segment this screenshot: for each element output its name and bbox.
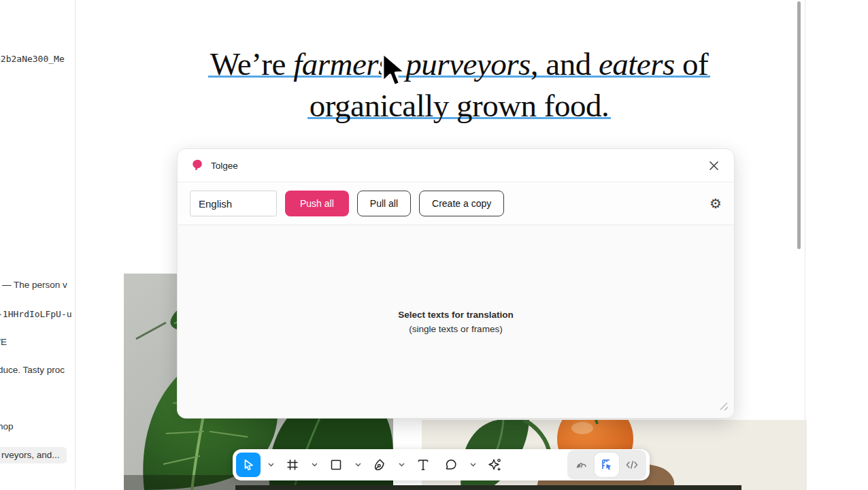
comment-bubble-icon <box>444 458 458 472</box>
empty-state-line-2: (single texts or frames) <box>409 322 502 336</box>
layers-sidebar: 62b2aNe300_Me — The person v -1HHrdIoLFp… <box>0 0 76 490</box>
headline-segment-italic: purveyors <box>405 46 530 82</box>
canvas-edge-line <box>805 0 805 490</box>
move-tool-chevron-icon[interactable] <box>265 453 276 476</box>
headline-segment: We’re <box>210 46 293 82</box>
canvas-headline[interactable]: We’re farmers, purveyors, and eaters of … <box>82 44 837 127</box>
empty-state-line-1: Select texts for translation <box>398 308 514 322</box>
next-section-edge <box>235 485 741 490</box>
dev-inspect-icon <box>600 458 614 472</box>
pen-tool-chevron-icon[interactable] <box>396 453 407 476</box>
dialog-title: Tolgee <box>211 161 238 171</box>
headline-line-1[interactable]: We’re farmers, purveyors, and eaters of <box>82 44 837 85</box>
tolgee-plugin-dialog: Tolgee Push all Pull all Create a copy ⚙… <box>177 148 735 419</box>
text-icon <box>416 458 430 472</box>
pen-icon <box>373 458 386 472</box>
code-icon <box>625 458 639 472</box>
dialog-header: Tolgee <box>178 149 734 182</box>
gear-icon[interactable]: ⚙ <box>710 197 722 210</box>
layer-item[interactable]: VE <box>0 337 7 347</box>
rectangle-icon <box>329 458 343 472</box>
dialog-action-row: Push all Pull all Create a copy ⚙ <box>178 182 734 225</box>
headline-segment: , and <box>531 46 599 82</box>
figma-toolbar <box>233 449 650 480</box>
close-icon[interactable] <box>705 157 722 174</box>
code-tool[interactable] <box>620 453 644 476</box>
actions-sparkle-tool[interactable] <box>483 453 506 476</box>
pen-tool[interactable] <box>368 453 391 476</box>
shape-tool[interactable] <box>324 453 348 476</box>
layer-item[interactable]: 62b2aNe300_Me <box>0 54 65 64</box>
vertical-scrollbar[interactable] <box>797 1 801 249</box>
frame-icon <box>286 458 299 472</box>
scribble-icon <box>575 458 588 472</box>
tolgee-logo-icon <box>190 159 203 172</box>
toolbar-right-group <box>567 450 646 480</box>
headline-segment: organically grown food. <box>310 88 610 123</box>
comment-tool[interactable] <box>439 453 463 476</box>
layer-item[interactable]: hop <box>0 421 14 431</box>
layer-item[interactable]: — The person v <box>2 280 67 290</box>
shape-tool-chevron-icon[interactable] <box>352 453 363 476</box>
headline-line-2[interactable]: organically grown food. <box>82 85 837 127</box>
move-tool[interactable] <box>236 453 261 477</box>
frame-tool[interactable] <box>281 453 304 476</box>
push-all-button[interactable]: Push all <box>285 191 349 216</box>
layer-item[interactable]: duce. Tasty proc <box>0 365 65 375</box>
headline-segment-italic: eaters <box>599 46 675 82</box>
layer-item-highlighted[interactable]: rveyors, and... <box>0 447 67 463</box>
layer-item[interactable]: -1HHrdIoLFpU-u <box>0 309 72 319</box>
pull-all-button[interactable]: Pull all <box>357 191 411 216</box>
move-cursor-icon <box>241 458 255 472</box>
language-input[interactable] <box>190 191 277 216</box>
dev-inspect-tool[interactable] <box>595 453 619 477</box>
draw-annotate-tool[interactable] <box>570 453 593 476</box>
sparkle-icon <box>487 457 502 472</box>
dialog-empty-state: Select texts for translation (single tex… <box>178 225 734 418</box>
headline-segment: , <box>390 46 406 82</box>
comment-tool-chevron-icon[interactable] <box>467 453 478 476</box>
resize-handle[interactable] <box>718 401 729 414</box>
headline-segment-italic: farmers <box>293 46 390 82</box>
headline-segment: of <box>675 46 708 82</box>
create-copy-button[interactable]: Create a copy <box>419 191 504 216</box>
frame-tool-chevron-icon[interactable] <box>309 453 320 476</box>
text-tool[interactable] <box>412 453 435 476</box>
figma-canvas-screen: We’re farmers, purveyors, and eaters of … <box>0 0 868 490</box>
